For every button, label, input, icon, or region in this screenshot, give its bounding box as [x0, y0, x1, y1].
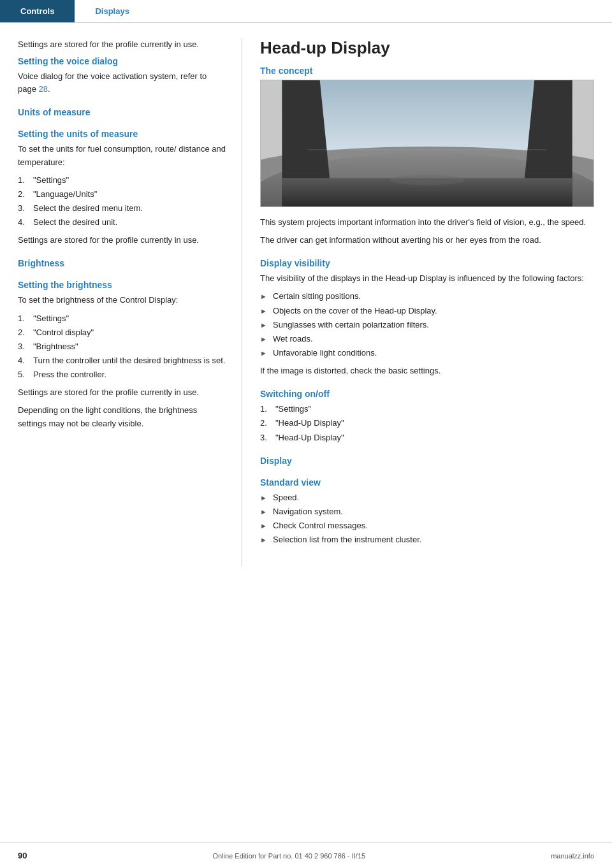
tab-bar: Controls Displays — [0, 0, 612, 23]
concept-para1: This system projects important informati… — [260, 216, 594, 229]
units-outro: Settings are stored for the profile curr… — [18, 234, 226, 247]
units-step-2: 2."Language/Units" — [18, 188, 226, 201]
brightness-outro2: Depending on the light conditions, the b… — [18, 404, 226, 430]
standard-view-bullets: ►Speed. ►Navigation system. ►Check Contr… — [260, 491, 594, 547]
voice-dialog-heading: Setting the voice dialog — [18, 56, 226, 66]
bullet-selection-list: ►Selection list from the instrument clus… — [260, 533, 594, 546]
brightness-steps-list: 1."Settings" 2."Control display" 3."Brig… — [18, 312, 226, 382]
footer: 90 Online Edition for Part no. 01 40 2 9… — [0, 843, 612, 868]
concept-para2: The driver can get information without a… — [260, 234, 594, 247]
bullet-check-control: ►Check Control messages. — [260, 519, 594, 532]
concept-heading: The concept — [260, 66, 594, 76]
bullet-speed: ►Speed. — [260, 491, 594, 504]
content-wrapper: Settings are stored for the profile curr… — [0, 23, 612, 567]
brightness-step-5: 5.Press the controller. — [18, 368, 226, 381]
brightness-outro1: Settings are stored for the profile curr… — [18, 386, 226, 399]
display-visibility-outro: If the image is distorted, check the bas… — [260, 365, 594, 377]
bullet-sunglasses: ►Sunglasses with certain polarization fi… — [260, 319, 594, 331]
brightness-heading: Brightness — [18, 258, 226, 268]
page-number: 90 — [18, 851, 27, 860]
footer-copyright: Online Edition for Part no. 01 40 2 960 … — [212, 852, 365, 860]
switching-step-3: 3."Head-Up Display" — [260, 431, 594, 444]
units-intro: To set the units for fuel consumption, r… — [18, 143, 226, 168]
bullet-objects: ►Objects on the cover of the Head-up Dis… — [260, 305, 594, 317]
brightness-step-2: 2."Control display" — [18, 326, 226, 339]
page-title: Head-up Display — [260, 38, 594, 58]
visibility-bullets: ►Certain sitting positions. ►Objects on … — [260, 290, 594, 359]
units-step-1: 1."Settings" — [18, 174, 226, 187]
footer-watermark: manualzz.info — [551, 852, 594, 860]
standard-view-heading: Standard view — [260, 477, 594, 488]
switching-step-1: 1."Settings" — [260, 403, 594, 416]
dashboard-svg — [261, 80, 594, 206]
display-visibility-heading: Display visibility — [260, 258, 594, 268]
display-visibility-intro: The visibility of the displays in the He… — [260, 272, 594, 285]
head-up-display-image — [260, 80, 594, 207]
tab-controls[interactable]: Controls — [0, 0, 75, 22]
setting-brightness-heading: Setting the brightness — [18, 280, 226, 290]
bullet-navigation: ►Navigation system. — [260, 505, 594, 518]
units-steps-list: 1."Settings" 2."Language/Units" 3.Select… — [18, 174, 226, 229]
display-heading: Display — [260, 456, 594, 466]
switching-steps: 1."Settings" 2."Head-Up Display" 3."Head… — [260, 403, 594, 444]
brightness-step-1: 1."Settings" — [18, 312, 226, 325]
voice-dialog-body: Voice dialog for the voice activation sy… — [18, 70, 226, 96]
bullet-sitting: ►Certain sitting positions. — [260, 290, 594, 303]
left-column: Settings are stored for the profile curr… — [0, 38, 242, 567]
switching-step-2: 2."Head-Up Display" — [260, 417, 594, 430]
brightness-intro: To set the brightness of the Control Dis… — [18, 294, 226, 307]
setting-units-heading: Setting the units of measure — [18, 129, 226, 139]
voice-dialog-link[interactable]: 28 — [39, 84, 48, 94]
units-step-4: 4.Select the desired unit. — [18, 216, 226, 229]
tab-displays[interactable]: Displays — [75, 0, 149, 22]
right-column: Head-up Display The concept — [242, 38, 612, 567]
switching-heading: Switching on/off — [260, 389, 594, 399]
bullet-wet-roads: ►Wet roads. — [260, 333, 594, 345]
brightness-step-4: 4.Turn the controller until the desired … — [18, 354, 226, 367]
intro-text: Settings are stored for the profile curr… — [18, 38, 226, 51]
bullet-unfavorable: ►Unfavorable light conditions. — [260, 347, 594, 359]
units-heading: Units of measure — [18, 107, 226, 117]
brightness-step-3: 3."Brightness" — [18, 340, 226, 353]
svg-point-6 — [390, 175, 465, 185]
units-step-3: 3.Select the desired menu item. — [18, 202, 226, 215]
